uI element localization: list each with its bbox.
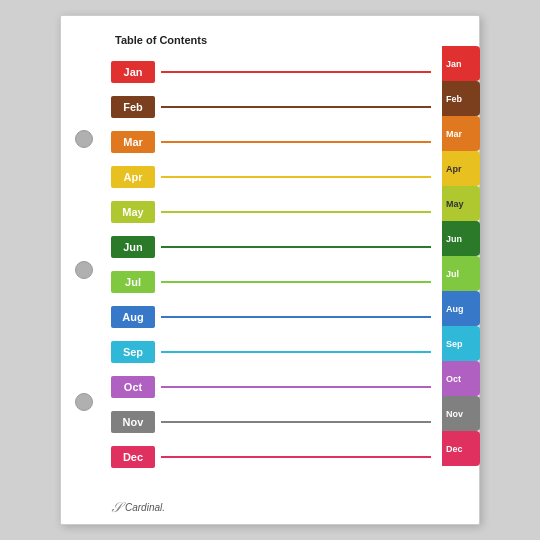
month-row: Feb — [111, 89, 431, 124]
month-line-oct — [161, 386, 431, 388]
month-line-dec — [161, 456, 431, 458]
tab-aug[interactable]: Aug — [442, 291, 480, 326]
month-label-oct: Oct — [111, 376, 155, 398]
bird-icon: 𝒮 — [111, 499, 121, 516]
month-row: Dec — [111, 439, 431, 474]
month-label-mar: Mar — [111, 131, 155, 153]
month-row: Jun — [111, 229, 431, 264]
month-label-apr: Apr — [111, 166, 155, 188]
tab-jun[interactable]: Jun — [442, 221, 480, 256]
month-row: Nov — [111, 404, 431, 439]
hole-middle — [75, 261, 93, 279]
tab-apr[interactable]: Apr — [442, 151, 480, 186]
month-label-sep: Sep — [111, 341, 155, 363]
month-row: Apr — [111, 159, 431, 194]
month-label-dec: Dec — [111, 446, 155, 468]
month-line-feb — [161, 106, 431, 108]
month-row: May — [111, 194, 431, 229]
page: Table of Contents JanFebMarAprMayJunJulA… — [60, 15, 480, 525]
month-row: Aug — [111, 299, 431, 334]
month-label-aug: Aug — [111, 306, 155, 328]
month-row: Jul — [111, 264, 431, 299]
hole-bottom — [75, 393, 93, 411]
tab-nov[interactable]: Nov — [442, 396, 480, 431]
months-list: JanFebMarAprMayJunJulAugSepOctNovDec — [111, 54, 479, 474]
page-title: Table of Contents — [115, 34, 479, 46]
month-line-sep — [161, 351, 431, 353]
month-row: Mar — [111, 124, 431, 159]
month-row: Jan — [111, 54, 431, 89]
logo-text: Cardinal. — [125, 502, 165, 513]
month-label-jan: Jan — [111, 61, 155, 83]
month-line-jan — [161, 71, 431, 73]
month-label-jun: Jun — [111, 236, 155, 258]
month-line-apr — [161, 176, 431, 178]
month-line-mar — [161, 141, 431, 143]
binder-holes — [75, 16, 93, 524]
month-line-jun — [161, 246, 431, 248]
tab-strip: JanFebMarAprMayJunJulAugSepOctNovDec — [442, 46, 480, 466]
tab-oct[interactable]: Oct — [442, 361, 480, 396]
tab-dec[interactable]: Dec — [442, 431, 480, 466]
month-label-feb: Feb — [111, 96, 155, 118]
month-row: Sep — [111, 334, 431, 369]
month-line-nov — [161, 421, 431, 423]
month-label-jul: Jul — [111, 271, 155, 293]
tab-feb[interactable]: Feb — [442, 81, 480, 116]
month-label-may: May — [111, 201, 155, 223]
month-line-jul — [161, 281, 431, 283]
cardinal-logo: 𝒮 Cardinal. — [111, 499, 165, 516]
month-label-nov: Nov — [111, 411, 155, 433]
month-line-aug — [161, 316, 431, 318]
tab-sep[interactable]: Sep — [442, 326, 480, 361]
tab-mar[interactable]: Mar — [442, 116, 480, 151]
month-row: Oct — [111, 369, 431, 404]
tab-jul[interactable]: Jul — [442, 256, 480, 291]
tab-may[interactable]: May — [442, 186, 480, 221]
month-line-may — [161, 211, 431, 213]
hole-top — [75, 130, 93, 148]
tab-jan[interactable]: Jan — [442, 46, 480, 81]
